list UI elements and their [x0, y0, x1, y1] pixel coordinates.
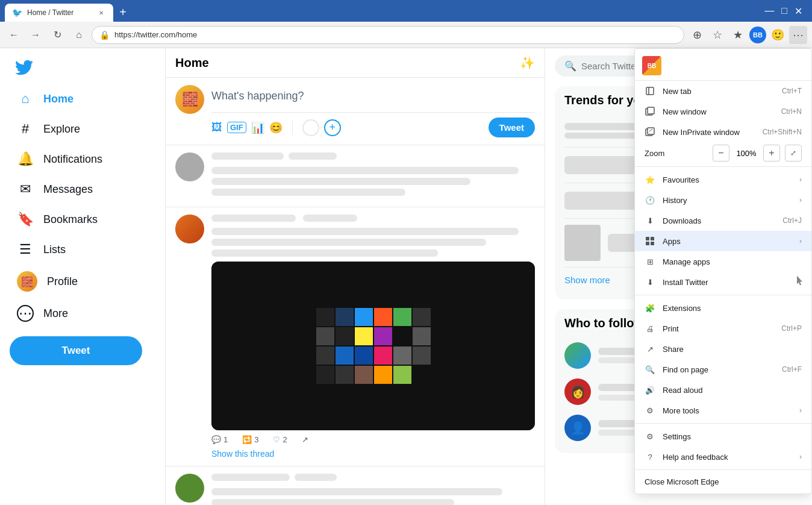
- emoji-icon[interactable]: 🙂: [769, 26, 787, 44]
- address-bar[interactable]: 🔒 https://twitter.com/home: [92, 26, 684, 44]
- tracking-prevention-icon[interactable]: ⊕: [688, 26, 706, 44]
- sidebar-item-explore[interactable]: # Explore: [10, 114, 155, 143]
- svg-rect-0: [646, 87, 654, 95]
- menu-item-find-on-page[interactable]: 🔍 Find on page Ctrl+F: [635, 359, 811, 380]
- zoom-control: Zoom − 100% + ⤢: [635, 142, 811, 164]
- share-label: Share: [663, 345, 684, 354]
- home-button[interactable]: ⌂: [70, 26, 88, 44]
- menu-item-favourites[interactable]: ⭐ Favourites ›: [635, 169, 811, 190]
- sidebar-item-home[interactable]: ⌂ Home: [10, 84, 155, 113]
- collections-icon[interactable]: ★: [729, 26, 747, 44]
- menu-item-new-tab[interactable]: New tab Ctrl+T: [635, 81, 811, 101]
- retweet-action[interactable]: 🔁 3: [242, 435, 258, 444]
- menu-item-new-window[interactable]: New window Ctrl+N: [635, 101, 811, 122]
- like-action[interactable]: ♡ 2: [273, 435, 287, 444]
- menu-item-extensions[interactable]: 🧩 Extensions: [635, 298, 811, 318]
- menu-item-more-tools[interactable]: ⚙ More tools ›: [635, 400, 811, 421]
- menu-item-downloads[interactable]: ⬇ Downloads Ctrl+J: [635, 210, 811, 231]
- svg-rect-5: [648, 128, 654, 134]
- separator-4: [635, 469, 811, 470]
- svg-rect-9: [646, 242, 649, 245]
- sparkle-icon[interactable]: ✨: [520, 55, 535, 70]
- apps-label: Apps: [663, 237, 681, 246]
- tweet-text-blurred-1a: [211, 167, 519, 174]
- menu-item-settings[interactable]: ⚙ Settings: [635, 426, 811, 447]
- gif-icon[interactable]: GIF: [227, 122, 246, 133]
- tweet-line-2: [211, 239, 486, 246]
- tweet-card-blurred-2: [166, 466, 545, 505]
- menu-item-new-inprivate[interactable]: New InPrivate window Ctrl+Shift+N: [635, 122, 811, 142]
- back-button[interactable]: ←: [5, 26, 23, 44]
- emoji-compose-icon[interactable]: 😊: [269, 121, 283, 134]
- zoom-expand-button[interactable]: ⤢: [785, 145, 802, 162]
- compose-tweet-button[interactable]: Tweet: [489, 118, 535, 137]
- tweet-button[interactable]: Tweet: [10, 336, 142, 365]
- favourites-icon[interactable]: ☆: [708, 26, 726, 44]
- sidebar-label-messages: Messages: [43, 183, 93, 196]
- help-menu-icon: ?: [645, 451, 655, 462]
- messages-icon: ✉: [17, 181, 34, 198]
- extension-bar: BB: [635, 51, 811, 81]
- sidebar-item-profile[interactable]: 🧱 Profile: [10, 265, 155, 298]
- compose-divider: [292, 121, 293, 135]
- tweet-avatar-main: [175, 215, 204, 243]
- edge-context-menu: BB New tab Ctrl+T New window Ctrl+N New …: [634, 48, 812, 494]
- window-controls: — □ ✕: [764, 5, 807, 17]
- new-window-shortcut: Ctrl+N: [781, 107, 802, 116]
- extension-icon-adblock[interactable]: BB: [642, 56, 661, 75]
- sidebar-item-more[interactable]: ⋯ More: [10, 299, 155, 328]
- zoom-in-button[interactable]: +: [763, 145, 780, 162]
- sidebar-item-notifications[interactable]: 🔔 Notifications: [10, 145, 155, 174]
- lists-icon: ☰: [17, 241, 34, 258]
- inprivate-shortcut: Ctrl+Shift+N: [763, 128, 802, 136]
- read-aloud-label: Read aloud: [663, 386, 703, 395]
- menu-item-help-feedback[interactable]: ? Help and feedback ›: [635, 447, 811, 467]
- poll-icon[interactable]: 📊: [251, 121, 264, 134]
- explore-icon: #: [17, 121, 34, 137]
- follow-avatar-3: 👤: [564, 415, 591, 441]
- refresh-button[interactable]: ↻: [48, 26, 66, 44]
- maximize-button[interactable]: □: [781, 5, 787, 17]
- menu-item-print[interactable]: 🖨 Print Ctrl+P: [635, 318, 811, 339]
- profile-button[interactable]: BB: [749, 27, 766, 43]
- menu-item-apps[interactable]: Apps ›: [635, 231, 811, 251]
- tweet-line-1: [211, 228, 519, 235]
- tweet-text-blurred-1b: [211, 178, 470, 185]
- show-thread-link[interactable]: Show this thread: [211, 449, 535, 459]
- menu-item-read-aloud[interactable]: 🔊 Read aloud: [635, 380, 811, 400]
- close-button[interactable]: ✕: [795, 5, 802, 17]
- zoom-out-button[interactable]: −: [713, 145, 729, 162]
- image-icon[interactable]: 🖼: [211, 121, 222, 134]
- share-action[interactable]: ↗: [302, 435, 308, 444]
- menu-item-share[interactable]: ↗ Share: [635, 339, 811, 359]
- reply-action[interactable]: 💬 1: [211, 435, 228, 444]
- new-tab-button[interactable]: +: [113, 2, 133, 22]
- toolbar-actions: ⊕ ☆ ★ BB 🙂 ⋯: [688, 26, 807, 44]
- tweet-handle-blurred-main: [303, 215, 357, 222]
- sidebar-label-more: More: [43, 307, 68, 320]
- help-label: Help and feedback: [663, 453, 728, 462]
- tweet-image[interactable]: [211, 262, 535, 430]
- menu-item-close-edge[interactable]: Close Microsoft Edge: [635, 472, 811, 491]
- extensions-menu-icon: 🧩: [645, 303, 655, 313]
- add-compose-item[interactable]: +: [324, 119, 341, 136]
- menu-item-install-twitter[interactable]: ⬇ Install Twitter: [635, 272, 811, 292]
- compose-placeholder[interactable]: What's happening?: [211, 85, 535, 107]
- tab-close-button[interactable]: ✕: [96, 8, 106, 17]
- sidebar-item-bookmarks[interactable]: 🔖 Bookmarks: [10, 205, 155, 234]
- forward-button[interactable]: →: [27, 26, 45, 44]
- compose-actions: 🖼 GIF 📊 😊 + Tweet: [211, 112, 535, 137]
- audience-selector[interactable]: [302, 119, 319, 136]
- separator-2: [635, 295, 811, 295]
- print-label: Print: [663, 324, 679, 333]
- menu-item-history[interactable]: 🕐 History ›: [635, 190, 811, 210]
- minimize-button[interactable]: —: [764, 5, 774, 17]
- active-tab[interactable]: 🐦 Home / Twitter ✕: [5, 4, 113, 22]
- share-icon: ↗: [302, 435, 308, 444]
- menu-item-manage-apps[interactable]: ⊞ Manage apps: [635, 251, 811, 272]
- twitter-logo[interactable]: [10, 53, 39, 82]
- sidebar-item-lists[interactable]: ☰ Lists: [10, 235, 155, 264]
- sidebar-item-messages[interactable]: ✉ Messages: [10, 175, 155, 204]
- inprivate-label: New InPrivate window: [663, 128, 740, 137]
- edge-menu-button[interactable]: ⋯: [789, 26, 807, 44]
